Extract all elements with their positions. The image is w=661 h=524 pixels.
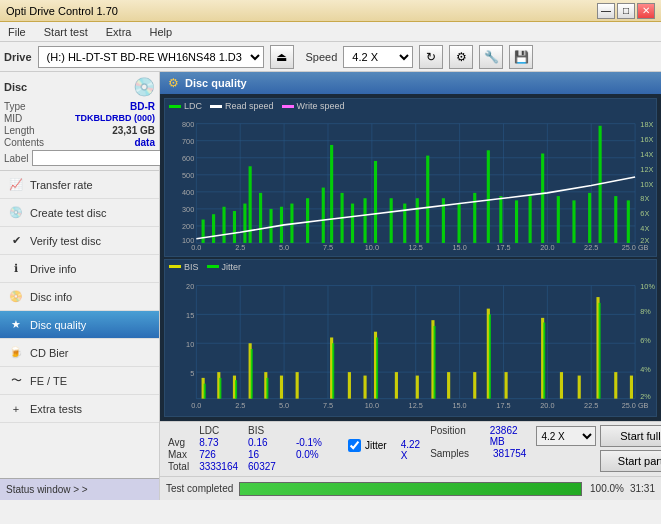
sidebar-item-verify-test-disc[interactable]: ✔ Verify test disc	[0, 227, 159, 255]
type-label: Type	[4, 101, 26, 112]
start-part-button[interactable]: Start part	[600, 450, 661, 472]
action-buttons: 4.2 X Start full Start part	[536, 425, 661, 472]
app-title: Opti Drive Control 1.70	[6, 5, 118, 17]
maximize-button[interactable]: □	[617, 3, 635, 19]
drive-info-label: Drive info	[30, 263, 76, 275]
read-speed-legend-label: Read speed	[225, 101, 274, 111]
svg-rect-57	[426, 156, 429, 243]
svg-rect-135	[235, 380, 237, 398]
sidebar-item-create-test-disc[interactable]: 💿 Create test disc	[0, 199, 159, 227]
save-button[interactable]: 💾	[509, 45, 533, 69]
mid-value: TDKBLDRBD (000)	[75, 113, 155, 124]
speed-selector[interactable]: 4.2 X	[343, 46, 413, 68]
sidebar-item-cd-bier[interactable]: 🍺 CD Bier	[0, 339, 159, 367]
svg-text:800: 800	[182, 120, 194, 129]
sidebar-item-disc-quality[interactable]: ★ Disc quality	[0, 311, 159, 339]
svg-text:12X: 12X	[640, 165, 653, 174]
drive-selector[interactable]: (H:) HL-DT-ST BD-RE WH16NS48 1.D3	[38, 46, 264, 68]
settings-button2[interactable]: 🔧	[479, 45, 503, 69]
window-controls: — □ ✕	[597, 3, 655, 19]
svg-text:2%: 2%	[640, 391, 651, 400]
minimize-button[interactable]: —	[597, 3, 615, 19]
svg-rect-62	[499, 196, 502, 243]
bis-chart-svg: 20 15 10 5 10% 8% 6% 4% 2%	[165, 274, 656, 413]
svg-rect-140	[433, 325, 435, 398]
position-value: 23862 MB	[490, 425, 527, 447]
menu-start-test[interactable]: Start test	[40, 24, 92, 40]
label-input[interactable]	[32, 150, 163, 166]
svg-text:15: 15	[186, 310, 194, 319]
avg-jitter: -0.1%	[294, 437, 330, 449]
beer-icon: 🍺	[8, 345, 24, 361]
sidebar-item-transfer-rate[interactable]: 📈 Transfer rate	[0, 171, 159, 199]
svg-text:25.0 GB: 25.0 GB	[622, 243, 649, 251]
svg-text:700: 700	[182, 137, 194, 146]
ldc-legend: LDC Read speed Write speed	[165, 99, 656, 113]
samples-row: Samples 381754	[430, 448, 526, 459]
menu-help[interactable]: Help	[145, 24, 176, 40]
speed-dropdown[interactable]: 4.2 X	[536, 426, 596, 446]
svg-text:12.5: 12.5	[409, 400, 423, 409]
disc-create-icon: 💿	[8, 205, 24, 221]
ldc-chart: LDC Read speed Write speed	[164, 98, 657, 257]
svg-text:0.0: 0.0	[191, 400, 201, 409]
speed-header: 4.22 X	[401, 439, 420, 461]
status-window-button[interactable]: Status window > >	[0, 478, 159, 500]
label-label: Label	[4, 153, 28, 164]
length-label: Length	[4, 125, 35, 136]
svg-text:10.0: 10.0	[365, 400, 379, 409]
menu-extra[interactable]: Extra	[102, 24, 136, 40]
svg-text:400: 400	[182, 188, 194, 197]
svg-text:20: 20	[186, 281, 194, 290]
title-bar: Opti Drive Control 1.70 — □ ✕	[0, 0, 661, 22]
disc-mid-row: MID TDKBLDRBD (000)	[4, 113, 155, 124]
speed-label: Speed	[306, 51, 338, 63]
avg-label: Avg	[166, 437, 197, 449]
svg-rect-120	[395, 372, 398, 399]
jitter-section: Jitter	[348, 439, 387, 452]
svg-text:4X: 4X	[640, 224, 649, 233]
svg-rect-71	[627, 200, 630, 243]
sidebar-item-extra-tests[interactable]: + Extra tests	[0, 395, 159, 423]
content-area: ⚙ Disc quality LDC Read speed	[160, 72, 661, 500]
legend-ldc: LDC	[169, 101, 202, 111]
svg-text:15.0: 15.0	[452, 400, 466, 409]
settings-button1[interactable]: ⚙	[449, 45, 473, 69]
refresh-button[interactable]: ↻	[419, 45, 443, 69]
svg-text:8%: 8%	[640, 307, 651, 316]
max-ldc: 726	[197, 449, 246, 461]
svg-rect-126	[505, 372, 508, 399]
ldc-chart-svg: 800 700 600 500 400 300 200 100 18X 16X …	[165, 113, 656, 252]
svg-text:7.5: 7.5	[323, 243, 333, 251]
jitter-checkbox[interactable]	[348, 439, 361, 452]
close-button[interactable]: ✕	[637, 3, 655, 19]
svg-rect-133	[204, 383, 206, 398]
svg-rect-41	[243, 204, 246, 243]
sidebar-item-fe-te[interactable]: 〜 FE / TE	[0, 367, 159, 395]
svg-text:6%: 6%	[640, 335, 651, 344]
sidebar-item-drive-info[interactable]: ℹ Drive info	[0, 255, 159, 283]
max-jitter: 0.0%	[294, 449, 330, 461]
disc-icon: 💿	[133, 76, 155, 98]
disc-length-row: Length 23,31 GB	[4, 125, 155, 136]
svg-text:300: 300	[182, 205, 194, 214]
speed-avg-label: 4.22 X	[401, 439, 420, 461]
svg-text:10X: 10X	[640, 179, 653, 188]
sidebar-item-disc-info[interactable]: 📀 Disc info	[0, 283, 159, 311]
eject-button[interactable]: ⏏	[270, 45, 294, 69]
jitter-col-header	[294, 425, 330, 437]
svg-text:6X: 6X	[640, 209, 649, 218]
svg-rect-114	[280, 375, 283, 398]
cd-bier-label: CD Bier	[30, 347, 69, 359]
disc-icon-area: 💿	[133, 76, 155, 98]
stats-bar: LDC BIS Avg 8.73 0.16 -0.1% Max 7	[160, 421, 661, 476]
start-full-button[interactable]: Start full	[600, 425, 661, 447]
menu-file[interactable]: File	[4, 24, 30, 40]
disc-quality-header: ⚙ Disc quality	[160, 72, 661, 94]
svg-text:22.5: 22.5	[584, 243, 598, 251]
position-samples-row: Position 23862 MB Samples 381754 4.2 X	[430, 425, 661, 472]
mid-label: MID	[4, 113, 22, 124]
svg-text:8X: 8X	[640, 194, 649, 203]
extra-icon: +	[8, 401, 24, 417]
drive-bar: Drive (H:) HL-DT-ST BD-RE WH16NS48 1.D3 …	[0, 42, 661, 72]
